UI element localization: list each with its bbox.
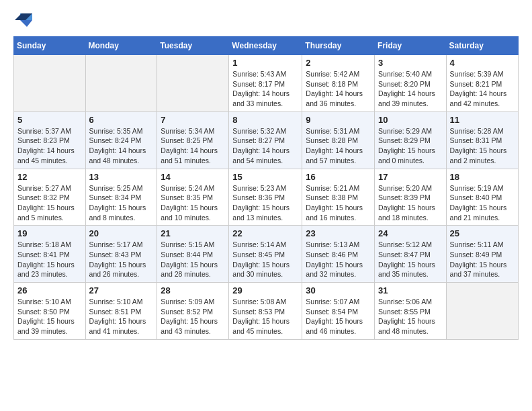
day-number: 23: [306, 228, 371, 238]
calendar-cell: 10Sunrise: 5:29 AM Sunset: 8:29 PM Dayli…: [375, 111, 447, 169]
calendar-cell: 2Sunrise: 5:42 AM Sunset: 8:18 PM Daylig…: [302, 55, 375, 112]
day-number: 22: [232, 228, 298, 238]
day-number: 4: [450, 58, 515, 68]
day-info: Sunrise: 5:43 AM Sunset: 8:17 PM Dayligh…: [232, 69, 298, 109]
calendar-table: SundayMondayTuesdayWednesdayThursdayFrid…: [13, 36, 519, 340]
calendar-cell: 30Sunrise: 5:07 AM Sunset: 8:54 PM Dayli…: [302, 283, 375, 340]
weekday-header-saturday: Saturday: [446, 37, 518, 55]
day-info: Sunrise: 5:13 AM Sunset: 8:46 PM Dayligh…: [306, 240, 371, 279]
calendar-cell: 17Sunrise: 5:20 AM Sunset: 8:39 PM Dayli…: [375, 169, 447, 226]
calendar-week-1: 1Sunrise: 5:43 AM Sunset: 8:17 PM Daylig…: [14, 55, 519, 112]
day-number: 11: [450, 115, 515, 125]
calendar-cell: 20Sunrise: 5:17 AM Sunset: 8:43 PM Dayli…: [85, 226, 157, 283]
calendar-cell: [85, 55, 157, 112]
weekday-header-sunday: Sunday: [14, 37, 86, 55]
day-number: 10: [378, 115, 443, 125]
calendar-cell: 4Sunrise: 5:39 AM Sunset: 8:21 PM Daylig…: [446, 55, 518, 112]
calendar-week-2: 5Sunrise: 5:37 AM Sunset: 8:23 PM Daylig…: [14, 111, 519, 169]
day-info: Sunrise: 5:34 AM Sunset: 8:25 PM Dayligh…: [161, 126, 225, 166]
calendar-cell: 7Sunrise: 5:34 AM Sunset: 8:25 PM Daylig…: [157, 111, 229, 169]
day-info: Sunrise: 5:37 AM Sunset: 8:23 PM Dayligh…: [17, 126, 82, 166]
calendar-body: 1Sunrise: 5:43 AM Sunset: 8:17 PM Daylig…: [14, 55, 519, 340]
day-number: 30: [306, 285, 371, 295]
calendar-cell: 28Sunrise: 5:09 AM Sunset: 8:52 PM Dayli…: [157, 283, 229, 340]
day-info: Sunrise: 5:06 AM Sunset: 8:55 PM Dayligh…: [378, 297, 443, 336]
day-info: Sunrise: 5:23 AM Sunset: 8:36 PM Dayligh…: [232, 183, 298, 223]
calendar-cell: 12Sunrise: 5:27 AM Sunset: 8:32 PM Dayli…: [14, 169, 86, 226]
calendar-week-4: 19Sunrise: 5:18 AM Sunset: 8:41 PM Dayli…: [14, 226, 519, 283]
calendar-header: SundayMondayTuesdayWednesdayThursdayFrid…: [14, 37, 519, 55]
day-number: 8: [232, 115, 298, 125]
day-number: 31: [378, 285, 443, 295]
calendar-cell: [14, 55, 86, 112]
calendar-cell: [446, 283, 518, 340]
day-info: Sunrise: 5:28 AM Sunset: 8:31 PM Dayligh…: [450, 126, 515, 166]
day-info: Sunrise: 5:21 AM Sunset: 8:38 PM Dayligh…: [306, 183, 371, 223]
calendar-week-3: 12Sunrise: 5:27 AM Sunset: 8:32 PM Dayli…: [14, 169, 519, 226]
day-number: 18: [450, 172, 515, 182]
calendar-cell: 6Sunrise: 5:35 AM Sunset: 8:24 PM Daylig…: [85, 111, 157, 169]
day-info: Sunrise: 5:27 AM Sunset: 8:32 PM Dayligh…: [17, 183, 82, 223]
calendar-cell: 3Sunrise: 5:40 AM Sunset: 8:20 PM Daylig…: [375, 55, 447, 112]
logo-icon: [13, 11, 34, 30]
calendar-cell: 16Sunrise: 5:21 AM Sunset: 8:38 PM Dayli…: [302, 169, 375, 226]
weekday-row: SundayMondayTuesdayWednesdayThursdayFrid…: [14, 37, 519, 55]
day-info: Sunrise: 5:12 AM Sunset: 8:47 PM Dayligh…: [378, 240, 443, 279]
calendar-cell: 1Sunrise: 5:43 AM Sunset: 8:17 PM Daylig…: [229, 55, 302, 112]
calendar-cell: 15Sunrise: 5:23 AM Sunset: 8:36 PM Dayli…: [229, 169, 302, 226]
day-info: Sunrise: 5:29 AM Sunset: 8:29 PM Dayligh…: [378, 126, 443, 166]
calendar-cell: 14Sunrise: 5:24 AM Sunset: 8:35 PM Dayli…: [157, 169, 229, 226]
day-info: Sunrise: 5:14 AM Sunset: 8:45 PM Dayligh…: [232, 240, 298, 279]
calendar-cell: 27Sunrise: 5:10 AM Sunset: 8:51 PM Dayli…: [85, 283, 157, 340]
day-number: 7: [161, 115, 225, 125]
logo: [13, 11, 35, 30]
calendar-cell: 9Sunrise: 5:31 AM Sunset: 8:28 PM Daylig…: [302, 111, 375, 169]
day-info: Sunrise: 5:17 AM Sunset: 8:43 PM Dayligh…: [89, 240, 154, 279]
calendar-cell: 25Sunrise: 5:11 AM Sunset: 8:49 PM Dayli…: [446, 226, 518, 283]
day-number: 9: [306, 115, 371, 125]
day-number: 17: [378, 172, 443, 182]
calendar-cell: 22Sunrise: 5:14 AM Sunset: 8:45 PM Dayli…: [229, 226, 302, 283]
calendar-cell: 19Sunrise: 5:18 AM Sunset: 8:41 PM Dayli…: [14, 226, 86, 283]
calendar-cell: 23Sunrise: 5:13 AM Sunset: 8:46 PM Dayli…: [302, 226, 375, 283]
day-number: 13: [89, 172, 154, 182]
header: [13, 11, 519, 30]
day-info: Sunrise: 5:07 AM Sunset: 8:54 PM Dayligh…: [306, 297, 371, 336]
calendar-cell: 18Sunrise: 5:19 AM Sunset: 8:40 PM Dayli…: [446, 169, 518, 226]
day-info: Sunrise: 5:39 AM Sunset: 8:21 PM Dayligh…: [450, 69, 515, 109]
calendar-cell: 8Sunrise: 5:32 AM Sunset: 8:27 PM Daylig…: [229, 111, 302, 169]
day-info: Sunrise: 5:20 AM Sunset: 8:39 PM Dayligh…: [378, 183, 443, 223]
day-number: 26: [17, 285, 82, 295]
calendar-week-5: 26Sunrise: 5:10 AM Sunset: 8:50 PM Dayli…: [14, 283, 519, 340]
calendar-cell: 29Sunrise: 5:08 AM Sunset: 8:53 PM Dayli…: [229, 283, 302, 340]
day-info: Sunrise: 5:40 AM Sunset: 8:20 PM Dayligh…: [378, 69, 443, 109]
page: SundayMondayTuesdayWednesdayThursdayFrid…: [0, 0, 532, 351]
calendar-cell: 21Sunrise: 5:15 AM Sunset: 8:44 PM Dayli…: [157, 226, 229, 283]
day-number: 14: [161, 172, 225, 182]
day-number: 2: [306, 58, 371, 68]
day-number: 24: [378, 228, 443, 238]
day-number: 20: [89, 228, 154, 238]
day-number: 1: [232, 58, 298, 68]
day-number: 6: [89, 115, 154, 125]
day-number: 25: [450, 228, 515, 238]
day-info: Sunrise: 5:15 AM Sunset: 8:44 PM Dayligh…: [161, 240, 225, 279]
calendar-cell: 5Sunrise: 5:37 AM Sunset: 8:23 PM Daylig…: [14, 111, 86, 169]
day-number: 28: [161, 285, 225, 295]
calendar-cell: 11Sunrise: 5:28 AM Sunset: 8:31 PM Dayli…: [446, 111, 518, 169]
day-info: Sunrise: 5:35 AM Sunset: 8:24 PM Dayligh…: [89, 126, 154, 166]
day-number: 16: [306, 172, 371, 182]
day-number: 19: [17, 228, 82, 238]
day-info: Sunrise: 5:09 AM Sunset: 8:52 PM Dayligh…: [161, 297, 225, 336]
calendar-cell: [157, 55, 229, 112]
svg-marker-2: [20, 20, 32, 27]
day-info: Sunrise: 5:25 AM Sunset: 8:34 PM Dayligh…: [89, 183, 154, 223]
calendar-cell: 24Sunrise: 5:12 AM Sunset: 8:47 PM Dayli…: [375, 226, 447, 283]
weekday-header-wednesday: Wednesday: [229, 37, 302, 55]
day-number: 27: [89, 285, 154, 295]
day-info: Sunrise: 5:18 AM Sunset: 8:41 PM Dayligh…: [17, 240, 82, 279]
day-info: Sunrise: 5:31 AM Sunset: 8:28 PM Dayligh…: [306, 126, 371, 166]
calendar-cell: 13Sunrise: 5:25 AM Sunset: 8:34 PM Dayli…: [85, 169, 157, 226]
weekday-header-friday: Friday: [375, 37, 447, 55]
day-info: Sunrise: 5:24 AM Sunset: 8:35 PM Dayligh…: [161, 183, 225, 223]
